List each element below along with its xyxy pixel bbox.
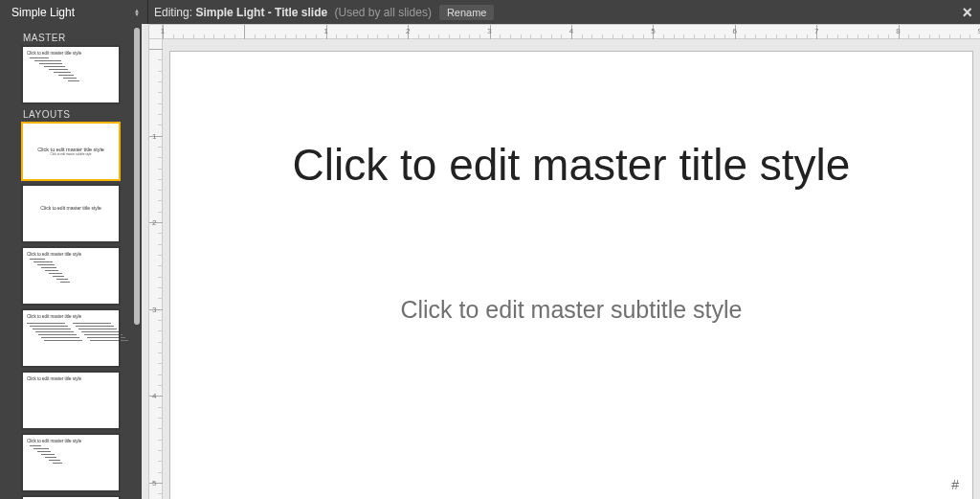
sidebar-scrollbar-thumb[interactable]: [134, 28, 140, 325]
editor-area: 1123456789 12345 Click to edit master ti…: [142, 24, 980, 499]
editing-used-by: (Used by all slides): [335, 6, 432, 19]
editing-layout-label: Editing: Simple Light - Title slide (Use…: [154, 6, 432, 19]
thumb-title: Click to edit master title style: [27, 252, 115, 257]
master-section-label: MASTER: [23, 33, 134, 43]
theme-name: Simple Light: [11, 6, 132, 19]
layout-thumbnail-two-columns[interactable]: Click to edit master title style: [23, 310, 119, 366]
editing-layout-name: Simple Light - Title slide: [195, 6, 327, 19]
close-icon[interactable]: ×: [962, 4, 972, 21]
thumb-title: Click to edit master title style: [27, 439, 115, 443]
thumb-title: Click to edit master title style: [27, 376, 115, 381]
sidebar: MASTER Click to edit master title style …: [0, 24, 142, 499]
thumb-two-columns: [27, 321, 115, 343]
rename-button[interactable]: Rename: [439, 5, 495, 20]
slide-subtitle-placeholder[interactable]: Click to edit master subtitle style: [209, 296, 934, 324]
layout-thumbnail-title-body[interactable]: Click to edit master title style: [23, 248, 119, 304]
layout-thumbnail-one-column[interactable]: Click to edit master title style: [23, 435, 119, 490]
slide-number-placeholder[interactable]: #: [951, 477, 959, 492]
layout-thumbnail-title-only[interactable]: Click to edit master title style: [23, 373, 119, 428]
layout-thumbnail-section-header[interactable]: Click to edit master title style: [23, 186, 119, 241]
sidebar-scrollbar-track[interactable]: [134, 26, 140, 480]
thumb-title: Click to edit master title style: [27, 314, 115, 319]
thumb-body-lines: [30, 259, 115, 283]
horizontal-ruler[interactable]: 1123456789: [163, 24, 980, 39]
layouts-section-label: LAYOUTS: [23, 109, 134, 120]
top-divider: [147, 0, 148, 24]
thumb-title: Click to edit master title style: [27, 51, 115, 56]
thumb-title: Click to edit master title style: [27, 205, 115, 211]
thumb-subtitle: Click to edit master subtitle style: [51, 152, 92, 156]
slide-title-placeholder[interactable]: Click to edit master title style: [209, 138, 934, 193]
theme-picker-dropdown[interactable]: Simple Light ▲▼: [8, 2, 142, 23]
dropdown-caret-icon: ▲▼: [132, 9, 142, 16]
thumb-body-lines: [30, 57, 115, 81]
main-area: MASTER Click to edit master title style …: [0, 24, 980, 499]
master-thumbnail[interactable]: Click to edit master title style: [23, 47, 119, 102]
slide[interactable]: Click to edit master title style Click t…: [169, 51, 973, 499]
thumb-body-lines: [30, 445, 115, 464]
slide-canvas-area[interactable]: Click to edit master title style Click t…: [163, 39, 980, 499]
top-bar: Simple Light ▲▼ Editing: Simple Light - …: [0, 0, 980, 24]
layout-thumbnail-title-slide[interactable]: Click to edit master title style Click t…: [23, 124, 119, 179]
vertical-ruler[interactable]: 12345: [148, 39, 163, 499]
editing-prefix: Editing:: [154, 6, 192, 19]
